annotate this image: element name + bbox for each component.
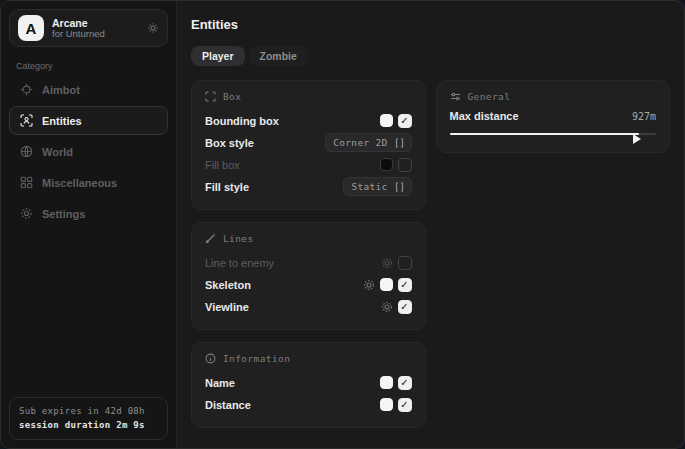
checkbox[interactable]: ✓ (398, 158, 412, 172)
row-settings-gear-icon[interactable] (363, 279, 375, 291)
setting-label: Fill box (205, 159, 380, 171)
entities-scan-icon (19, 114, 33, 127)
setting-row-name: Name ✓ (205, 372, 412, 393)
info-icon (205, 353, 216, 364)
card-title: Information (223, 353, 290, 364)
app-name: Arcane (52, 17, 139, 29)
dropdown-value: Static (351, 181, 387, 192)
sidebar-item-settings[interactable]: Settings (9, 199, 168, 228)
card-title: Box (223, 91, 241, 102)
max-distance-value: 927m (632, 111, 656, 122)
grid-icon (19, 176, 33, 189)
setting-row-viewline: Viewline ✓ (205, 296, 412, 317)
setting-label: Box style (205, 137, 325, 149)
color-swatch[interactable] (380, 398, 393, 411)
information-card-header: Information (205, 353, 412, 364)
setting-label: Viewline (205, 301, 381, 313)
sidebar-item-entities[interactable]: Entities (9, 106, 168, 135)
general-card-header: General (450, 91, 657, 102)
setting-row-bounding-box: Bounding box ✓ (205, 110, 412, 131)
app-title-block: Arcane for Unturned (52, 17, 139, 40)
box-card: Box Bounding box ✓ Box style Co (191, 80, 426, 210)
setting-row-fill-box: Fill box ✓ (205, 154, 412, 175)
sidebar-item-aimbot[interactable]: Aimbot (9, 75, 168, 104)
corner-brackets-icon (205, 91, 216, 102)
sub-expiry-text: Sub expires in 42d 08h (19, 405, 158, 419)
main-content: Entities Player Zombie Box (177, 1, 684, 448)
row-settings-gear-icon[interactable] (381, 257, 393, 269)
color-swatch[interactable] (380, 114, 393, 127)
tab-zombie[interactable]: Zombie (249, 46, 308, 66)
checkbox[interactable]: ✓ (398, 398, 412, 412)
setting-label: Distance (205, 399, 380, 411)
checkbox[interactable]: ✓ (398, 114, 412, 128)
subscription-status-card: Sub expires in 42d 08h session duration … (9, 397, 168, 440)
app-subtitle: for Unturned (52, 29, 139, 40)
app-window: A Arcane for Unturned Category (0, 0, 685, 449)
color-swatch[interactable] (380, 278, 393, 291)
checkbox[interactable]: ✓ (398, 300, 412, 314)
max-distance-row: Max distance 927m (450, 110, 657, 122)
entity-tabs: Player Zombie (191, 46, 670, 66)
sidebar-nav: Aimbot Entities (9, 75, 168, 228)
setting-row-line-to-enemy: Line to enemy ✓ (205, 252, 412, 273)
fill-style-dropdown[interactable]: Static (343, 177, 411, 196)
page-title: Entities (191, 17, 670, 32)
general-card: General Max distance 927m (436, 80, 671, 153)
sidebar-item-world[interactable]: World (9, 137, 168, 166)
slider-fill (450, 133, 640, 135)
left-column: Box Bounding box ✓ Box style Co (191, 80, 426, 428)
gear-icon (19, 207, 33, 220)
max-distance-slider[interactable] (450, 128, 657, 140)
setting-row-skeleton: Skeleton ✓ (205, 274, 412, 295)
app-logo-avatar: A (18, 15, 44, 41)
box-style-dropdown[interactable]: Corner 2D (325, 133, 411, 152)
box-card-header: Box (205, 91, 412, 102)
checkbox[interactable]: ✓ (398, 256, 412, 270)
slider-thumb-icon[interactable] (633, 134, 641, 144)
information-card: Information Name ✓ Distance ✓ (191, 342, 426, 428)
right-column: General Max distance 927m (436, 80, 671, 153)
category-label: Category (16, 61, 168, 71)
sidebar: A Arcane for Unturned Category (1, 1, 177, 448)
setting-label: Fill style (205, 181, 343, 193)
row-settings-gear-icon[interactable] (381, 301, 393, 313)
select-brackets-icon (395, 138, 404, 148)
color-swatch[interactable] (380, 158, 393, 171)
checkbox[interactable]: ✓ (398, 278, 412, 292)
setting-row-box-style: Box style Corner 2D (205, 132, 412, 153)
sidebar-item-label: Aimbot (42, 84, 80, 96)
setting-label: Max distance (450, 110, 632, 122)
lines-card: Lines Line to enemy ✓ (191, 222, 426, 330)
diagonal-line-icon (205, 233, 216, 244)
card-title: Lines (223, 233, 254, 244)
setting-label: Line to enemy (205, 257, 381, 269)
sidebar-item-label: Miscellaneous (42, 177, 117, 189)
sidebar-item-label: Entities (42, 115, 82, 127)
setting-row-distance: Distance ✓ (205, 394, 412, 415)
session-duration-text: session duration 2m 9s (19, 419, 158, 433)
color-swatch[interactable] (380, 376, 393, 389)
app-logo-card: A Arcane for Unturned (9, 9, 168, 47)
tab-player[interactable]: Player (191, 46, 245, 66)
sync-gear-icon[interactable] (147, 22, 159, 34)
sidebar-item-miscellaneous[interactable]: Miscellaneous (9, 168, 168, 197)
setting-label: Skeleton (205, 279, 363, 291)
dropdown-value: Corner 2D (333, 137, 387, 148)
setting-label: Bounding box (205, 115, 380, 127)
sliders-icon (450, 91, 461, 102)
setting-row-fill-style: Fill style Static (205, 176, 412, 197)
lines-card-header: Lines (205, 233, 412, 244)
sidebar-item-label: Settings (42, 208, 85, 220)
sidebar-item-label: World (42, 146, 73, 158)
checkbox[interactable]: ✓ (398, 376, 412, 390)
card-title: General (468, 91, 511, 102)
crosshair-icon (19, 83, 33, 96)
globe-icon (19, 145, 33, 158)
setting-label: Name (205, 377, 380, 389)
select-brackets-icon (395, 182, 404, 192)
